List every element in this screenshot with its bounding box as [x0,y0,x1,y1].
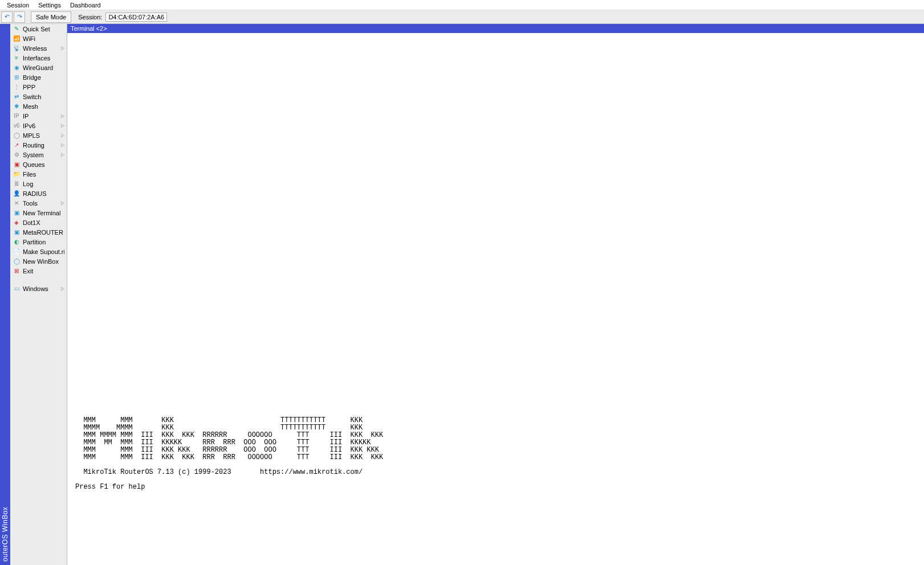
undo-button[interactable]: ↶ [1,11,13,23]
sidebar-item-metarouter[interactable]: ▣MetaROUTER [10,227,67,237]
sidebar-item-label: Queues [23,161,64,168]
sidebar-item-system[interactable]: ⚙System▷ [10,150,67,159]
queues-icon: ▣ [13,161,21,169]
switch-icon: ⇄ [13,93,21,101]
radius-icon: 👤 [13,190,21,198]
new-winbox-icon: ◯ [13,257,21,265]
sidebar-item-windows[interactable]: ▭Windows▷ [10,284,67,293]
sidebar-item-ipv6[interactable]: v6IPv6▷ [10,121,67,130]
bridge-icon: ⊞ [13,73,21,81]
mpls-icon: ◯ [13,132,21,140]
quick-set-icon: ✎ [13,25,21,33]
wireguard-icon: ◉ [13,64,21,72]
menu-session[interactable]: Session [2,1,34,10]
content-area: Terminal <2> MMM MMM KKK TTTTTTTTTTT KKK… [67,24,924,565]
sidebar-item-label: MPLS [23,132,61,139]
sidebar-item-dot1x[interactable]: ◈Dot1X [10,218,67,227]
sidebar-item-label: Interfaces [23,55,64,62]
windows-icon: ▭ [13,285,21,293]
vertical-title: outerOS WinBox [0,24,10,565]
chevron-right-icon: ▷ [61,113,64,118]
chevron-right-icon: ▷ [61,123,64,128]
chevron-right-icon: ▷ [61,286,64,291]
menu-dashboard[interactable]: Dashboard [66,1,105,10]
sidebar-item-label: IPv6 [23,122,61,129]
sidebar-item-partition[interactable]: ◐Partition [10,237,67,247]
sidebar-item-tools[interactable]: ✕Tools▷ [10,198,67,208]
toolbar: ↶ ↷ Safe Mode Session: D4:CA:6D:07:2A:A6 [0,10,924,24]
chevron-right-icon: ▷ [61,133,64,138]
sidebar-item-label: System [23,152,61,158]
redo-button[interactable]: ↷ [14,11,25,23]
new-terminal-icon: ▣ [13,209,21,217]
sidebar-item-label: Dot1X [23,219,64,226]
sidebar-item-label: MetaROUTER [23,229,64,236]
sidebar-item-label: New WinBox [23,258,64,265]
chevron-right-icon: ▷ [61,200,64,206]
sidebar-item-interfaces[interactable]: ≡Interfaces [10,53,67,63]
sidebar-item-ip[interactable]: IPIP▷ [10,111,67,121]
sidebar-item-bridge[interactable]: ⊞Bridge [10,72,67,82]
sidebar-item-label: Routing [23,142,61,149]
undo-icon: ↶ [5,13,10,21]
sidebar-item-files[interactable]: 📁Files [10,169,67,179]
chevron-right-icon: ▷ [61,142,64,148]
sidebar-item-make-supout-rif[interactable]: 📄Make Supout.rif [10,247,67,256]
menu-settings[interactable]: Settings [34,1,66,10]
sidebar-item-label: Mesh [23,103,64,110]
sidebar-item-ppp[interactable]: ⋮PPP [10,82,67,92]
wireless-icon: 📡 [13,44,21,52]
sidebar-item-quick-set[interactable]: ✎Quick Set [10,24,67,34]
system-icon: ⚙ [13,151,21,159]
sidebar-item-exit[interactable]: ⊠Exit [10,266,67,276]
chevron-right-icon: ▷ [61,152,64,157]
metarouter-icon: ▣ [13,228,21,236]
sidebar-item-log[interactable]: ≣Log [10,179,67,189]
sidebar-item-routing[interactable]: ↗Routing▷ [10,140,67,150]
sidebar-item-mesh[interactable]: ✱Mesh [10,101,67,111]
sidebar-item-new-winbox[interactable]: ◯New WinBox [10,256,67,266]
routing-icon: ↗ [13,141,21,149]
terminal[interactable]: MMM MMM KKK TTTTTTTTTTT KKK MMMM MMMM KK… [67,33,924,565]
sidebar-item-label: Switch [23,93,64,100]
sidebar: ✎Quick Set📶WiFi📡Wireless▷≡Interfaces◉Wir… [10,24,67,565]
sidebar-item-mpls[interactable]: ◯MPLS▷ [10,130,67,140]
sidebar-item-label: Partition [23,239,64,245]
safe-mode-button[interactable]: Safe Mode [31,11,71,23]
sidebar-item-switch[interactable]: ⇄Switch [10,92,67,101]
sidebar-item-queues[interactable]: ▣Queues [10,159,67,169]
sidebar-item-label: WiFi [23,35,64,42]
sidebar-item-label: Bridge [23,74,64,81]
chevron-right-icon: ▷ [61,46,64,51]
sidebar-item-label: WireGuard [23,64,64,71]
exit-icon: ⊠ [13,267,21,275]
sidebar-item-label: New Terminal [23,210,64,216]
ipv6-icon: v6 [13,122,21,130]
sidebar-item-wireguard[interactable]: ◉WireGuard [10,63,67,72]
mesh-icon: ✱ [13,103,21,110]
wifi-icon: 📶 [13,35,21,43]
interfaces-icon: ≡ [13,54,21,62]
sidebar-item-label: Tools [23,200,61,207]
sidebar-item-label: PPP [23,84,64,91]
sidebar-item-wireless[interactable]: 📡Wireless▷ [10,43,67,53]
sidebar-item-label: Wireless [23,45,61,52]
sidebar-item-label: Make Supout.rif [23,248,64,255]
redo-icon: ↷ [17,13,22,21]
sidebar-item-label: Windows [23,285,61,292]
sidebar-item-wifi[interactable]: 📶WiFi [10,34,67,43]
ip-icon: IP [13,112,21,120]
sidebar-item-radius[interactable]: 👤RADIUS [10,189,67,198]
session-value: D4:CA:6D:07:2A:A6 [105,13,167,22]
sidebar-item-label: Quick Set [23,26,64,32]
sidebar-item-label: RADIUS [23,190,64,197]
files-icon: 📁 [13,170,21,178]
sidebar-item-new-terminal[interactable]: ▣New Terminal [10,208,67,218]
session-label: Session: [72,14,104,21]
tools-icon: ✕ [13,199,21,207]
terminal-titlebar[interactable]: Terminal <2> [67,24,924,33]
make-supout-rif-icon: 📄 [13,248,21,256]
ppp-icon: ⋮ [13,83,21,91]
terminal-output: MMM MMM KKK TTTTTTTTTTT KKK MMMM MMMM KK… [75,417,383,491]
sidebar-item-label: IP [23,113,61,120]
